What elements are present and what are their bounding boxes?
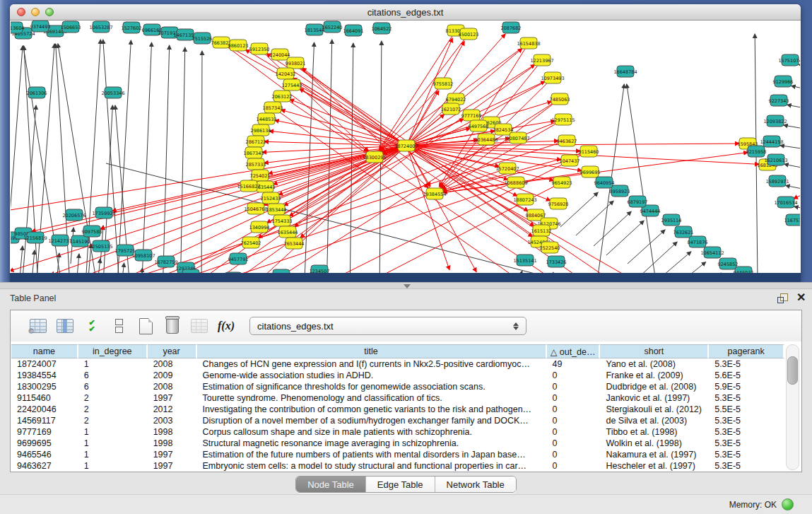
graph-node-label: 2522540: [540, 245, 560, 251]
table-row[interactable]: 1872400712008Changes of HCN gene express…: [11, 358, 784, 370]
zoom-window-button[interactable]: [45, 8, 54, 16]
float-panel-icon[interactable]: [777, 293, 789, 303]
table-cell: Estimation of significance thresholds fo…: [197, 381, 547, 392]
graph-node-label: 1167531: [784, 218, 800, 223]
row-height-button[interactable]: [108, 315, 129, 337]
graph-node-label: 4500123: [459, 32, 479, 37]
select-all-button[interactable]: ✔✔: [81, 315, 102, 337]
table-row[interactable]: 911546021997Tourette syndrome. Phenomeno…: [11, 392, 784, 404]
graph-node-label: 9777169: [461, 113, 482, 119]
table-cell: 1997: [148, 460, 197, 472]
table-cell: 0: [547, 392, 601, 404]
graph-node-label: 7254021: [250, 173, 271, 179]
graph-node-label: 12505135: [89, 244, 112, 250]
tab-network-table[interactable]: Network Table: [435, 477, 516, 492]
minimize-window-button[interactable]: [31, 8, 40, 16]
graph-node-label: 6497568: [469, 124, 489, 129]
column-header-5[interactable]: short: [600, 344, 709, 358]
function-builder-button[interactable]: f(x): [216, 315, 237, 337]
graph-node-label: 16782759: [154, 259, 177, 265]
table-cell: 9115460: [11, 392, 78, 404]
graph-node-label: 8215958: [746, 149, 767, 155]
graph-node-label: 9129966: [773, 79, 794, 85]
graph-node-label: 20053346: [101, 90, 124, 96]
graph-node-label: 8958923: [610, 189, 630, 194]
network-canvas[interactable]: 1872400776638229860123591235022400449938…: [11, 21, 800, 273]
table-cell: 2: [78, 415, 148, 426]
tab-node-table[interactable]: Node Table: [296, 477, 366, 492]
graph-node-label: 10688609: [504, 180, 527, 186]
table-row[interactable]: 946554611997Estimation of the future num…: [11, 449, 784, 460]
table-tabs-bar: Node TableEdge TableNetwork Table: [0, 476, 812, 492]
table-cell: 1: [78, 460, 148, 472]
table-selector-value: citations_edges.txt: [250, 321, 510, 332]
table-row[interactable]: 1830029562008Estimation of significance …: [11, 381, 784, 392]
graph-node-label: 7632621: [673, 230, 694, 235]
table-cell: Disruption of a novel member of a sodium…: [197, 415, 547, 426]
table-row[interactable]: 946362711997Embryonic stem cells: a mode…: [11, 460, 784, 472]
table-cell: 1: [78, 358, 148, 370]
table-row[interactable]: 969969511998Structural magnetic resonanc…: [11, 438, 784, 449]
memory-status-label: Memory: OK: [729, 500, 777, 510]
column-header-2[interactable]: year: [148, 344, 197, 358]
table-cell: Investigating the contribution of common…: [197, 404, 547, 415]
graph-node-label: 19384554: [423, 192, 446, 197]
table-cell: 0: [547, 460, 601, 472]
table-options-button[interactable]: ⚙: [28, 315, 49, 337]
column-header-6[interactable]: pagerank: [709, 344, 784, 358]
table-selector-dropdown[interactable]: citations_edges.txt: [249, 317, 526, 335]
table-row[interactable]: 1938455462009Genome-wide association stu…: [11, 370, 784, 381]
graph-node-label: 1853444: [266, 207, 287, 213]
table-row[interactable]: 1456911722003Disruption of a novel membe…: [11, 415, 784, 426]
column-header-1[interactable]: in_degree: [78, 344, 148, 358]
graph-node-label: 1867343: [244, 151, 264, 156]
table-cell: de Silva et al. (2003): [600, 415, 709, 426]
table-cell: 5.3E-5: [709, 460, 784, 472]
table-cell: 9465546: [11, 449, 78, 460]
close-window-button[interactable]: [17, 8, 25, 16]
close-panel-icon[interactable]: ✕: [796, 291, 806, 304]
graph-node-label: 1234507: [310, 269, 330, 274]
graph-node-label: 9245033: [181, 273, 201, 274]
table-cell: 0: [547, 370, 601, 381]
graph-node-label: 1615132: [531, 228, 552, 234]
table-cell: 0: [547, 415, 601, 426]
graph-node-label: 9245852: [718, 262, 739, 267]
divider-collapse-icon[interactable]: [404, 284, 411, 288]
table-scrollbar[interactable]: [786, 344, 799, 470]
graph-node-label: 9474444: [640, 209, 661, 214]
graph-node-label: 12444158: [760, 139, 783, 145]
table-cell: 5.5E-5: [709, 404, 784, 415]
graph-node-label: 2867122: [246, 139, 266, 145]
column-header-0[interactable]: name: [11, 344, 78, 358]
column-header-4[interactable]: △ out_de…: [547, 344, 601, 358]
table-cell: Tourette syndrome. Phenomenology and cla…: [197, 392, 547, 404]
graph-node-label: 20364486: [474, 137, 498, 143]
graph-node-label: 2986134: [251, 128, 271, 134]
show-columns-button[interactable]: [54, 315, 76, 337]
table-cell: 0: [547, 381, 601, 392]
graph-node[interactable]: [225, 272, 242, 273]
split-pane-divider[interactable]: [0, 282, 812, 289]
graph-node-label: 17016534: [774, 200, 797, 206]
table-cell: 2008: [148, 381, 197, 392]
new-column-button[interactable]: [135, 315, 156, 337]
graph-node-label: 9699695: [580, 170, 601, 175]
delete-column-button[interactable]: [162, 315, 183, 337]
graph-node-label: 9463627: [557, 139, 577, 144]
graph-node-label: 12093822: [763, 119, 787, 124]
table-cell: 1998: [148, 426, 197, 438]
scrollbar-thumb[interactable]: [787, 356, 798, 385]
graph-node-label: 6794022: [446, 97, 466, 103]
network-graph: 1872400776638229860123591235022400449938…: [11, 21, 800, 273]
table-row[interactable]: 977716911998Corpus callosum shape and si…: [11, 426, 784, 438]
table-row[interactable]: 2242004622012Investigating the contribut…: [11, 404, 784, 415]
memory-status-dot[interactable]: [782, 498, 794, 510]
graph-node-label: 15135141: [513, 258, 536, 264]
window-titlebar[interactable]: citations_edges.txt: [10, 4, 801, 21]
graph-node-label: 1420432: [276, 71, 296, 77]
graph-node-label: 10807487: [506, 136, 529, 141]
column-header-3[interactable]: title: [197, 344, 547, 358]
new-document-icon: [139, 318, 153, 334]
tab-edge-table[interactable]: Edge Table: [366, 477, 435, 492]
